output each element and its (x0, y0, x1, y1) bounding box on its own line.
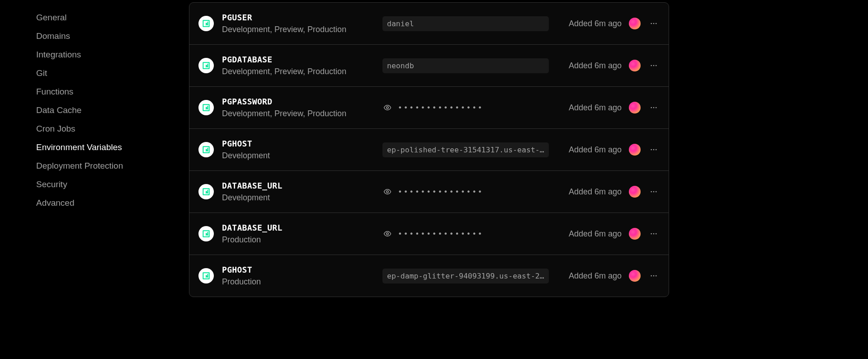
svg-point-19 (653, 233, 655, 235)
env-var-environments: Development, Preview, Production (222, 67, 382, 76)
sidebar-item-integrations[interactable]: Integrations (36, 45, 189, 64)
env-var-added: Added 6m ago (569, 19, 622, 28)
env-var-name: PGHOST (222, 139, 382, 148)
env-var-value-masked: ••••••••••••••• (398, 230, 484, 238)
more-button[interactable] (648, 18, 660, 29)
eye-icon (383, 188, 392, 196)
svg-point-22 (653, 275, 655, 277)
more-button[interactable] (648, 270, 660, 282)
svg-point-7 (651, 107, 652, 109)
integration-icon (198, 16, 214, 31)
env-var-value[interactable]: ep-damp-glitter-94093199.us-east-2.aws… (382, 269, 549, 283)
env-var-row: PGUSER Development, Preview, Production … (189, 3, 669, 45)
more-icon (650, 230, 658, 238)
env-var-name: PGPASSWORD (222, 97, 382, 106)
reveal-value-button[interactable] (382, 187, 392, 197)
sidebar-item-git[interactable]: Git (36, 64, 189, 82)
integration-icon (198, 142, 214, 157)
svg-point-4 (653, 65, 655, 66)
avatar[interactable] (629, 18, 641, 29)
env-var-value[interactable]: ep-polished-tree-31541317.us-east-2.aw… (382, 142, 549, 157)
svg-point-20 (656, 233, 657, 235)
sidebar-item-cron-jobs[interactable]: Cron Jobs (36, 119, 189, 138)
integration-icon (198, 58, 214, 73)
env-var-environments: Development (222, 151, 382, 161)
sidebar-item-advanced[interactable]: Advanced (36, 194, 189, 212)
svg-point-1 (653, 23, 655, 24)
svg-point-13 (387, 191, 389, 193)
reveal-value-button[interactable] (382, 229, 392, 239)
svg-point-9 (656, 107, 657, 109)
avatar[interactable] (629, 60, 641, 71)
avatar[interactable] (629, 270, 641, 282)
more-icon (650, 146, 658, 154)
avatar[interactable] (629, 228, 641, 240)
env-var-added: Added 6m ago (569, 229, 622, 239)
more-button[interactable] (648, 102, 660, 113)
svg-point-23 (656, 275, 657, 277)
integration-icon (198, 226, 214, 241)
avatar[interactable] (629, 144, 641, 156)
more-button[interactable] (648, 228, 660, 240)
more-icon (650, 19, 658, 28)
sidebar-item-data-cache[interactable]: Data Cache (36, 101, 189, 119)
integration-icon (198, 100, 214, 115)
env-var-name: PGDATABASE (222, 55, 382, 64)
env-var-value-masked: ••••••••••••••• (398, 188, 484, 196)
avatar[interactable] (629, 102, 641, 113)
svg-point-10 (651, 149, 652, 151)
env-var-environments: Development, Preview, Production (222, 25, 382, 34)
env-var-environments: Production (222, 277, 382, 287)
more-button[interactable] (648, 186, 660, 198)
more-button[interactable] (648, 60, 660, 71)
env-var-panel: PGUSER Development, Preview, Production … (189, 0, 868, 359)
env-var-added: Added 6m ago (569, 145, 622, 155)
svg-point-17 (387, 233, 389, 235)
svg-point-8 (653, 107, 655, 109)
env-var-added: Added 6m ago (569, 61, 622, 71)
integration-icon (198, 184, 214, 199)
svg-point-6 (387, 107, 389, 109)
avatar[interactable] (629, 186, 641, 198)
svg-point-3 (651, 65, 652, 66)
svg-point-14 (651, 191, 652, 193)
env-var-environments: Development (222, 193, 382, 203)
env-var-name: PGHOST (222, 265, 382, 274)
env-var-row: PGHOST Production ep-damp-glitter-940931… (189, 255, 669, 297)
env-var-row: PGDATABASE Development, Preview, Product… (189, 45, 669, 87)
more-icon (650, 104, 658, 112)
reveal-value-button[interactable] (382, 103, 392, 113)
env-var-row: PGHOST Development ep-polished-tree-3154… (189, 129, 669, 171)
more-icon (650, 188, 658, 196)
env-var-environments: Development, Preview, Production (222, 109, 382, 118)
env-var-row: PGPASSWORD Development, Preview, Product… (189, 87, 669, 129)
svg-point-15 (653, 191, 655, 193)
env-var-name: PGUSER (222, 13, 382, 22)
env-var-added: Added 6m ago (569, 103, 622, 113)
eye-icon (383, 104, 392, 112)
env-var-value[interactable]: neondb (382, 58, 549, 73)
svg-point-2 (656, 23, 657, 24)
env-var-value-masked: ••••••••••••••• (398, 104, 484, 112)
more-button[interactable] (648, 144, 660, 156)
env-var-list: PGUSER Development, Preview, Production … (189, 2, 669, 297)
env-var-value[interactable]: daniel (382, 16, 549, 31)
sidebar-item-deployment-protection[interactable]: Deployment Protection (36, 156, 189, 175)
sidebar-item-general[interactable]: General (36, 8, 189, 27)
more-icon (650, 61, 658, 70)
svg-point-16 (656, 191, 657, 193)
env-var-name: DATABASE_URL (222, 223, 382, 232)
sidebar-item-functions[interactable]: Functions (36, 82, 189, 101)
settings-sidebar: General Domains Integrations Git Functio… (0, 0, 189, 359)
svg-point-11 (653, 149, 655, 151)
eye-icon (383, 230, 392, 238)
integration-icon (198, 268, 214, 283)
svg-point-0 (651, 23, 652, 24)
sidebar-item-security[interactable]: Security (36, 175, 189, 194)
sidebar-item-domains[interactable]: Domains (36, 27, 189, 45)
env-var-added: Added 6m ago (569, 271, 622, 281)
sidebar-item-environment-variables[interactable]: Environment Variables (36, 138, 189, 156)
svg-point-5 (656, 65, 657, 66)
svg-point-21 (651, 275, 652, 277)
env-var-environments: Production (222, 235, 382, 245)
